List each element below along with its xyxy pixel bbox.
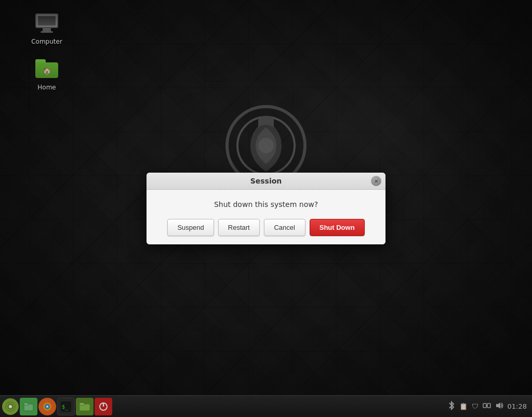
dialog-title: Session xyxy=(250,177,282,185)
desktop: Computer 🏠 Home Session Shut down this s… xyxy=(0,0,532,417)
suspend-button[interactable]: Suspend xyxy=(167,219,214,236)
dialog-buttons: Suspend Restart Cancel Shut Down xyxy=(159,219,373,236)
dialog-body: Shut down this system now? Suspend Resta… xyxy=(147,190,385,244)
session-dialog: Session Shut down this system now? Suspe… xyxy=(147,173,385,244)
restart-button[interactable]: Restart xyxy=(218,219,260,236)
dialog-message: Shut down this system now? xyxy=(159,200,373,208)
dialog-close-button[interactable] xyxy=(371,176,381,186)
shutdown-button[interactable]: Shut Down xyxy=(310,219,365,236)
dialog-titlebar: Session xyxy=(147,173,385,190)
cancel-button[interactable]: Cancel xyxy=(264,219,305,236)
